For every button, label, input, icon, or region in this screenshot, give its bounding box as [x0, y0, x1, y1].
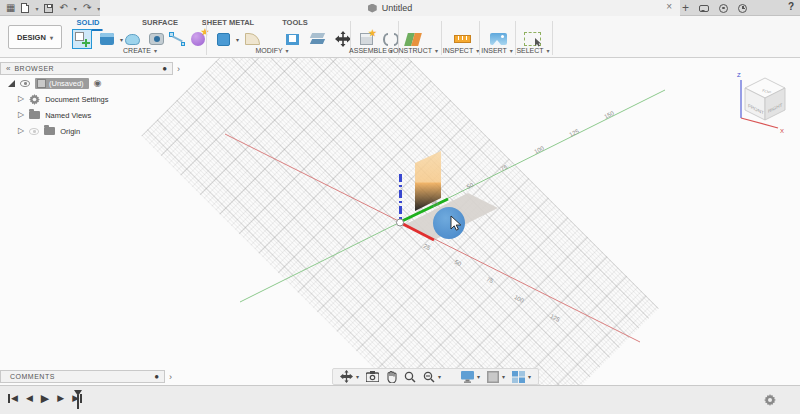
construct-plane-icon	[404, 33, 422, 46]
new-component-button[interactable]: ★	[355, 29, 377, 49]
press-pull-button[interactable]: ▾	[212, 29, 234, 49]
timeline-settings-gear-icon[interactable]	[764, 394, 776, 406]
display-settings-icon[interactable]	[461, 371, 474, 383]
group-label-inspect[interactable]: INSPECT▾	[443, 47, 479, 54]
group-label-create[interactable]: CREATE▾	[123, 47, 157, 54]
visibility-eye-icon[interactable]	[20, 80, 30, 87]
ribbon-toolbar: DESIGN ▾ SOLID SURFACE SHEET METAL TOOLS…	[0, 16, 800, 58]
fit-caret-icon[interactable]: ▾	[438, 373, 441, 380]
construct-plane-button[interactable]	[402, 29, 424, 49]
extrude-icon	[100, 33, 114, 45]
design-caret-icon: ▾	[50, 34, 53, 41]
measure-button[interactable]	[451, 29, 473, 49]
file-icon[interactable]	[21, 3, 29, 13]
form-button[interactable]	[121, 29, 143, 49]
browser-panel-header[interactable]: « BROWSER ●	[0, 62, 173, 75]
help-icon[interactable]: ?	[788, 1, 794, 12]
combine-icon	[310, 32, 326, 46]
extension-icon[interactable]	[719, 4, 728, 13]
activate-component-radio[interactable]: ◉	[94, 79, 102, 88]
group-label-select[interactable]: SELECT▾	[516, 47, 549, 54]
expand-arrow-icon[interactable]: ▷	[18, 111, 24, 119]
grid-settings-icon[interactable]	[487, 371, 499, 383]
document-name: (Unsaved)	[49, 79, 84, 88]
hole-button[interactable]	[145, 29, 167, 49]
comments-panel-header[interactable]: COMMENTS ●	[0, 370, 165, 383]
file-caret-icon[interactable]: ▾	[35, 5, 38, 12]
panel-menu-icon[interactable]: ●	[162, 65, 167, 73]
viewcube-z-label: Z	[737, 72, 741, 78]
zoom-icon[interactable]	[404, 371, 416, 383]
expand-arrow-icon[interactable]: ▷	[18, 127, 24, 135]
insert-image-button[interactable]	[487, 29, 509, 49]
root-expand-icon[interactable]	[8, 80, 15, 87]
shell-button[interactable]	[281, 29, 303, 49]
comments-expand-icon[interactable]: ›	[169, 372, 172, 382]
play-icon[interactable]: ▶	[41, 393, 49, 404]
browser-root-row[interactable]: (Unsaved) ◉	[0, 75, 180, 91]
orbit-icon[interactable]	[340, 370, 353, 383]
tab-tools[interactable]: TOOLS	[279, 17, 311, 29]
fillet-button[interactable]	[241, 29, 263, 49]
group-label-assemble[interactable]: ASSEMBLE▾	[349, 47, 393, 54]
press-pull-icon	[217, 33, 230, 46]
fit-icon[interactable]	[423, 371, 435, 383]
look-at-icon[interactable]	[366, 371, 379, 382]
combine-button[interactable]	[307, 29, 329, 49]
create-sketch-button[interactable]	[71, 29, 93, 49]
viewcube[interactable]: TOP FRONT RIGHT Z X	[737, 72, 785, 134]
viewcube-x-label: X	[780, 128, 784, 134]
viewports-icon[interactable]	[512, 371, 525, 383]
group-separator	[206, 21, 207, 55]
browser-collapse-icon[interactable]: «	[6, 64, 10, 73]
selection-disc[interactable]	[433, 207, 465, 239]
titlebar: ▦ ▾ ↶ ▾ ↷ ▾ Untitled × + ?	[0, 0, 800, 16]
group-label-modify[interactable]: MODIFY▾	[255, 47, 288, 54]
timeline-marker[interactable]	[74, 390, 83, 410]
browser-row-named-views[interactable]: ▷ Named Views	[0, 107, 180, 123]
document-name-chip[interactable]: (Unsaved)	[35, 78, 89, 89]
display-caret-icon[interactable]: ▾	[477, 373, 480, 380]
new-tab-icon[interactable]: +	[682, 0, 689, 16]
group-label-insert[interactable]: INSERT▾	[481, 47, 513, 54]
skip-start-icon[interactable]: ◀	[8, 394, 18, 403]
extrude-button[interactable]: ▾	[96, 29, 118, 49]
close-tab-icon[interactable]: ×	[666, 1, 672, 12]
visibility-eye-icon[interactable]	[29, 128, 39, 135]
pipe-button[interactable]	[166, 29, 188, 49]
save-icon[interactable]	[44, 4, 53, 13]
select-cursor-icon	[534, 38, 542, 47]
step-forward-icon[interactable]: ▶	[57, 394, 64, 403]
document-tab[interactable]: Untitled ×	[100, 0, 680, 16]
app-grid-icon[interactable]: ▦	[6, 0, 15, 16]
undo-icon[interactable]: ↶	[59, 0, 67, 16]
timeline-bar: ◀ ◀ ▶ ▶ ▶	[0, 385, 800, 414]
row-label: Document Settings	[45, 95, 108, 104]
expand-arrow-icon[interactable]: ▷	[18, 95, 24, 103]
panel-menu-icon[interactable]: ●	[154, 373, 159, 381]
press-pull-caret-icon: ▾	[236, 36, 239, 43]
redo-icon[interactable]: ↷	[83, 0, 91, 16]
settings-gear-icon	[29, 94, 40, 105]
undo-caret-icon[interactable]: ▾	[74, 5, 77, 12]
row-label: Named Views	[45, 111, 91, 120]
titlebar-right-icons: +	[682, 0, 747, 16]
browser-row-document-settings[interactable]: ▷ Document Settings	[0, 91, 180, 107]
grid-caret-icon[interactable]: ▾	[502, 373, 505, 380]
browser-panel-title: BROWSER	[14, 65, 162, 72]
step-back-icon[interactable]: ◀	[26, 394, 33, 403]
form-icon	[125, 34, 140, 45]
pan-hand-icon[interactable]	[386, 371, 397, 383]
group-label-construct[interactable]: CONSTRUCT▾	[388, 47, 438, 54]
comments-panel-title: COMMENTS	[10, 373, 154, 380]
clock-icon[interactable]	[738, 4, 747, 13]
browser-row-origin[interactable]: ▷ Origin	[0, 123, 180, 139]
design-workspace-dropdown[interactable]: DESIGN ▾	[8, 25, 62, 49]
select-button[interactable]	[521, 29, 543, 49]
origin-point[interactable]	[397, 219, 404, 226]
browser-expand-icon[interactable]: ›	[177, 64, 180, 74]
comment-icon[interactable]	[699, 5, 709, 12]
tab-surface[interactable]: SURFACE	[139, 17, 181, 29]
orbit-caret-icon[interactable]: ▾	[356, 373, 359, 380]
viewports-caret-icon[interactable]: ▾	[528, 373, 531, 380]
